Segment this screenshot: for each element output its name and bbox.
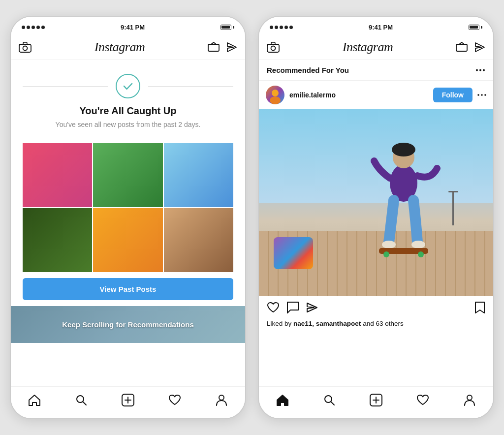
battery-right [469,25,482,30]
dot-1 [22,26,25,29]
right-phone: 9:41 PM Instagram [258,16,494,419]
checkmark-circle [116,74,140,98]
keep-scrolling-banner: Keep Scrolling for Recommendations [11,306,245,343]
svg-point-25 [383,251,389,257]
grid-photo-5 [93,208,162,272]
tv-icon-right[interactable] [456,42,468,53]
signal-dots-right [270,26,293,29]
post-image-inner [259,109,493,296]
photo-grid [23,143,233,272]
svg-point-14 [272,90,279,96]
svg-point-26 [418,251,424,257]
dot-4 [36,26,40,29]
liked-by-label: Liked by [267,320,291,327]
camera-icon-right[interactable] [267,42,280,53]
caught-up-title: You're All Caught Up [80,105,177,117]
others-count: and 63 others [363,320,404,327]
nav-heart-left[interactable] [164,392,186,408]
svg-point-15 [270,96,281,104]
nav-heart-right[interactable] [412,392,434,408]
svg-rect-0 [19,44,31,52]
caught-up-subtitle: You've seen all new posts from the past … [56,121,201,128]
instagram-logo-right: Instagram [343,40,393,55]
dot-r2 [275,26,278,29]
svg-rect-7 [267,44,279,52]
line-right [148,86,233,87]
share-button[interactable] [306,302,318,313]
nav-search-right[interactable] [318,392,340,408]
header-icons-right-left [267,42,280,53]
svg-point-29 [467,395,472,400]
svg-point-21 [392,143,415,156]
likers-names: nae11, samanthapoet [293,320,361,327]
bottom-nav-right [259,386,493,418]
svg-point-1 [23,46,28,50]
svg-rect-2 [23,42,27,44]
instagram-logo-left: Instagram [94,40,145,55]
nav-profile-left[interactable] [211,392,232,408]
feed-content-left: You're All Caught Up You've seen all new… [11,60,245,386]
dot-r5 [289,26,293,29]
ig-header-left: Instagram [11,34,245,60]
nav-add-left[interactable] [117,392,139,408]
svg-rect-3 [208,44,219,51]
checkmark-icon [122,80,134,93]
header-right-icons-right [456,42,485,53]
bottom-nav-left [11,386,245,418]
grid-photo-1 [23,143,92,207]
grid-photo-4 [23,208,92,272]
svg-point-4 [77,396,84,403]
svg-point-18 [484,94,486,96]
camera-icon[interactable] [19,42,32,53]
header-right-icons-left [208,42,237,53]
nav-search-left[interactable] [70,392,92,408]
keep-scrolling-text: Keep Scrolling for Recommendations [62,320,194,329]
send-icon-right[interactable] [474,42,485,53]
status-bar-left: 9:41 PM [11,17,245,34]
recommended-title: Recommended For You [267,66,349,74]
username: emilie.talermo [289,91,433,99]
nav-profile-right[interactable] [459,392,480,408]
signal-dots [22,26,45,29]
dot-3 [32,26,35,29]
dot-r3 [280,26,283,29]
view-past-posts-button[interactable]: View Past Posts [23,278,233,300]
more-options-icon-rec[interactable] [475,69,485,71]
nav-home-right[interactable] [272,392,293,408]
like-button[interactable] [267,302,280,313]
caught-up-section: You're All Caught Up You've seen all new… [11,60,245,137]
post-actions [259,296,493,319]
dot-5 [41,26,45,29]
phones-container: 9:41 PM Instagram [10,16,494,419]
skater-figure [364,124,443,262]
checkmark-wrap [23,74,233,98]
svg-point-17 [481,94,483,96]
tv-icon[interactable] [208,42,220,53]
more-options-icon-post[interactable] [477,94,486,96]
post-image [259,109,493,296]
grid-photo-2 [93,143,162,207]
svg-point-22 [382,241,396,249]
svg-point-11 [476,69,478,71]
grid-photo-3 [164,143,233,207]
svg-point-8 [271,46,276,50]
svg-point-13 [483,69,485,71]
bookmark-button[interactable] [474,301,485,314]
line-left [23,86,108,87]
avatar [266,86,284,104]
send-icon[interactable] [226,42,237,53]
svg-rect-9 [271,42,275,44]
nav-add-right[interactable] [365,392,387,408]
svg-point-16 [477,94,479,96]
post-header: emilie.talermo Follow [259,81,493,109]
recommended-header: Recommended For You [259,60,493,81]
nav-home-left[interactable] [24,392,45,408]
dot-r4 [284,26,288,29]
status-time-right: 9:41 PM [369,24,393,31]
svg-point-27 [325,396,332,403]
follow-button[interactable]: Follow [433,88,472,102]
barrel-prop [274,237,313,269]
comment-button[interactable] [286,301,299,314]
ig-header-right: Instagram [259,34,493,60]
header-icons-left [19,42,32,53]
